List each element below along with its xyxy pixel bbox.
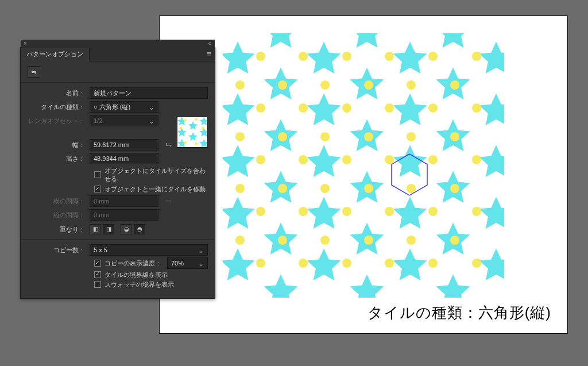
- svg-point-31: [278, 184, 287, 193]
- svg-point-45: [364, 236, 373, 245]
- svg-point-3: [385, 52, 394, 61]
- svg-point-26: [342, 155, 351, 164]
- tile-edit-tool-icon[interactable]: ⇆: [28, 66, 40, 78]
- svg-point-55: [195, 118, 198, 121]
- svg-point-15: [385, 103, 394, 113]
- fit-to-object-checkbox[interactable]: [94, 171, 101, 178]
- svg-point-8: [320, 80, 330, 90]
- svg-point-13: [299, 103, 308, 113]
- name-label: 名前：: [28, 89, 90, 97]
- pattern-preview: [223, 33, 504, 298]
- show-swatch-bounds-label: スウォッチの境界を表示: [105, 280, 174, 288]
- height-label: 高さ：: [28, 155, 90, 163]
- svg-point-38: [342, 207, 351, 216]
- brickoffset-label: レンガオフセット：: [28, 117, 90, 125]
- svg-point-43: [278, 236, 287, 245]
- svg-point-21: [364, 132, 373, 141]
- svg-point-19: [278, 132, 287, 141]
- svg-point-11: [450, 80, 459, 90]
- svg-point-5: [472, 52, 481, 61]
- svg-point-36: [256, 207, 265, 216]
- svg-point-32: [320, 184, 330, 193]
- link-dimensions-icon[interactable]: ⮀: [163, 140, 173, 150]
- svg-point-2: [342, 52, 351, 61]
- move-with-object-label: オブジェクトと一緒にタイルを移動: [105, 185, 206, 193]
- copy-opacity-select[interactable]: 70%: [167, 257, 208, 269]
- pattern-options-panel[interactable]: × « パターンオプション ≡ ⇆ 名前： 新規パターン タイルの種類： ○ 六…: [20, 47, 215, 299]
- svg-point-23: [450, 132, 459, 141]
- show-tile-edge-label: タイルの境界線を表示: [105, 271, 168, 279]
- width-input[interactable]: 59.6172 mm: [90, 139, 158, 151]
- panel-menu-icon[interactable]: ≡: [203, 49, 215, 59]
- fit-to-object-label: オブジェクトにタイルサイズを合わせる: [105, 167, 208, 183]
- pattern-svg: [223, 33, 504, 298]
- show-swatch-bounds-checkbox[interactable]: [94, 281, 101, 288]
- svg-point-50: [342, 259, 351, 268]
- height-input[interactable]: 48.9344 mm: [90, 153, 158, 164]
- svg-point-33: [364, 184, 373, 193]
- collapse-icon[interactable]: «: [208, 40, 211, 48]
- svg-point-0: [256, 52, 265, 61]
- svg-point-7: [278, 80, 287, 90]
- show-tile-edge-checkbox[interactable]: [94, 271, 101, 278]
- svg-point-40: [428, 207, 438, 216]
- link-gap-icon: ⮀: [163, 196, 173, 206]
- overlap-left-front-button[interactable]: ◧: [90, 224, 101, 234]
- svg-point-42: [235, 236, 245, 245]
- artboard: タイルの種類：六角形(縦): [160, 16, 567, 333]
- width-label: 幅：: [28, 141, 90, 149]
- svg-point-59: [195, 142, 198, 145]
- svg-point-34: [407, 184, 416, 193]
- svg-point-47: [450, 236, 459, 245]
- panel-close-bar[interactable]: × «: [21, 40, 215, 48]
- brickoffset-select: 1/2: [90, 115, 158, 126]
- svg-point-18: [235, 132, 245, 141]
- overlap-top-front-button[interactable]: ◒: [121, 224, 132, 234]
- svg-point-30: [235, 184, 245, 193]
- overlap-label: 重なり：: [28, 225, 90, 233]
- show-copy-opacity-label: コピーの表示濃度：: [105, 259, 161, 267]
- svg-point-51: [385, 259, 394, 268]
- svg-point-35: [450, 184, 459, 193]
- svg-point-1: [299, 52, 308, 61]
- panel-tab[interactable]: パターンオプション: [21, 48, 90, 61]
- svg-point-29: [472, 155, 481, 164]
- overlap-bottom-front-button[interactable]: ◓: [134, 224, 145, 234]
- svg-point-54: [184, 119, 187, 122]
- svg-point-41: [472, 207, 481, 216]
- svg-point-12: [256, 103, 265, 113]
- tile-thumbnail: [177, 117, 208, 148]
- svg-point-52: [428, 259, 438, 268]
- svg-point-37: [299, 207, 308, 216]
- close-icon[interactable]: ×: [24, 40, 27, 47]
- overlap-right-front-button[interactable]: ◨: [103, 224, 114, 234]
- svg-point-16: [428, 103, 438, 113]
- move-with-object-checkbox[interactable]: [94, 186, 101, 192]
- svg-point-6: [235, 80, 245, 90]
- hgap-input: 0 mm: [90, 195, 158, 207]
- hgap-label: 横の間隔：: [28, 197, 90, 205]
- svg-point-20: [320, 132, 330, 141]
- svg-point-56: [179, 127, 182, 130]
- vgap-label: 縦の間隔：: [28, 211, 90, 219]
- copies-select[interactable]: 5 x 5: [90, 244, 208, 256]
- show-copy-opacity-checkbox[interactable]: [94, 260, 101, 267]
- svg-point-58: [184, 141, 187, 144]
- artboard-caption: タイルの種類：六角形(縦): [368, 303, 551, 323]
- svg-point-4: [428, 52, 438, 61]
- svg-point-39: [385, 207, 394, 216]
- svg-point-22: [407, 132, 416, 141]
- svg-point-17: [472, 103, 481, 113]
- svg-point-28: [428, 155, 438, 164]
- vgap-input: 0 mm: [90, 209, 158, 221]
- svg-point-24: [256, 155, 265, 164]
- tiletype-select[interactable]: ○ 六角形 (縦): [90, 101, 158, 113]
- svg-point-57: [202, 127, 204, 130]
- tiletype-label: タイルの種類：: [28, 103, 90, 111]
- svg-point-14: [342, 103, 351, 113]
- svg-point-27: [385, 155, 394, 164]
- panel-header: パターンオプション ≡: [21, 48, 215, 61]
- name-input[interactable]: 新規パターン: [90, 87, 208, 99]
- svg-point-48: [256, 259, 265, 268]
- copies-label: コピー数：: [28, 246, 90, 254]
